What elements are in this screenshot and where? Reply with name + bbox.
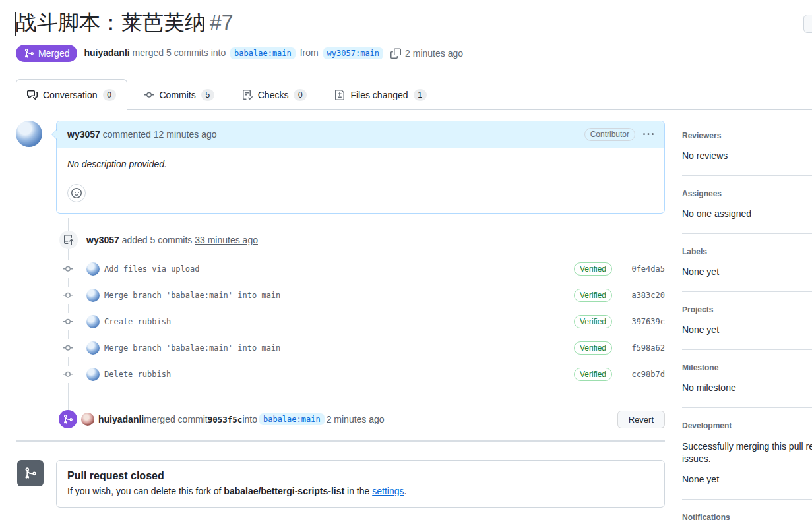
commit-avatar[interactable] [86, 368, 100, 381]
git-merge-icon [24, 48, 34, 59]
settings-link[interactable]: settings [372, 486, 404, 496]
sidebar-heading: Projects [682, 305, 812, 314]
commit-sha[interactable]: cc98b7d [624, 370, 665, 379]
git-merge-icon [59, 410, 77, 428]
commit-message[interactable]: Delete rubbish [104, 370, 171, 379]
sidebar-section-development: Development Successfully merging this pu… [682, 408, 812, 500]
revert-button[interactable]: Revert [617, 411, 665, 428]
tab-counter: 5 [201, 89, 214, 101]
pr-title-text: 战斗脚本：莱芭芙纳 [16, 11, 206, 34]
push-author[interactable]: wy3057 [86, 235, 119, 245]
sidebar-section-projects: Projects None yet [682, 292, 812, 350]
contributor-badge: Contributor [584, 128, 635, 141]
text-cursor [15, 12, 16, 36]
base-branch-label[interactable]: babalae:main [230, 47, 296, 59]
sidebar-value: None yet [682, 266, 812, 277]
commit-row: Add files via upload Verified 0fe4da5 [16, 256, 665, 282]
edit-button-partial[interactable] [803, 15, 812, 33]
commit-avatar[interactable] [86, 315, 100, 328]
commit-message[interactable]: Create rubbish [104, 317, 171, 326]
pr-meta-row: Merged huiyadanli merged 5 commits into … [16, 45, 812, 62]
verified-badge[interactable]: Verified [574, 368, 612, 381]
comment-body-text: No description provided. [67, 159, 654, 169]
merge-branch-label[interactable]: babalae:main [259, 413, 325, 425]
pr-description-comment: wy3057 commented 12 minutes ago Contribu… [16, 121, 665, 218]
sidebar-heading: Milestone [682, 363, 812, 372]
commit-message[interactable]: Merge branch 'babalae:main' into main [104, 291, 280, 300]
commit-avatar[interactable] [86, 289, 100, 302]
merger-login[interactable]: huiyadanli [84, 47, 129, 58]
commit-row: Merge branch 'babalae:main' into main Ve… [16, 282, 665, 308]
commit-row: Delete rubbish Verified cc98b7d [16, 361, 665, 388]
merge-commit-sha[interactable]: 9053f5c [208, 415, 243, 424]
avatar-huiyadanli[interactable] [81, 413, 94, 426]
tab-counter: 0 [294, 89, 307, 101]
push-text: added 5 commits [119, 235, 195, 245]
tab-label: Files changed [350, 90, 408, 100]
sidebar-section-milestone: Milestone No milestone [682, 350, 812, 408]
tab-checks[interactable]: Checks 0 [231, 79, 319, 110]
merged-status-badge: Merged [16, 45, 77, 62]
sidebar-heading: Assignees [682, 189, 812, 198]
repo-push-icon [59, 231, 78, 249]
tab-commits[interactable]: Commits 5 [133, 79, 226, 110]
tab-label: Commits [160, 90, 196, 100]
merge-into-text: into [242, 414, 257, 424]
discussion-timeline: wy3057 commented 12 minutes ago Contribu… [16, 121, 665, 526]
tab-conversation[interactable]: Conversation 0 [16, 79, 127, 110]
commit-avatar[interactable] [86, 341, 100, 355]
sidebar-section-labels: Labels None yet [682, 234, 812, 292]
pull-request-closed-banner: Pull request closed If you wish, you can… [16, 460, 665, 508]
merged-text: merged 5 commits into [130, 47, 228, 58]
merged-time: 2 minutes ago [405, 48, 463, 59]
sidebar-heading: Notifications [682, 513, 812, 522]
pr-header: 战斗脚本：莱芭芙纳#7 [0, 0, 812, 36]
from-text: from [297, 47, 321, 58]
development-description-line: issues. [682, 453, 812, 465]
git-commit-icon [61, 287, 75, 304]
sidebar-value: No one assigned [682, 208, 812, 219]
checklist-icon [242, 90, 253, 100]
smiley-icon [71, 188, 82, 198]
commit-row: Merge branch 'babalae:main' into main Ve… [16, 335, 665, 361]
verified-badge[interactable]: Verified [574, 289, 612, 302]
tab-counter: 0 [103, 89, 116, 101]
sidebar-heading: Labels [682, 247, 812, 256]
commit-sha[interactable]: 0fe4da5 [624, 264, 665, 274]
sidebar-value: No reviews [682, 150, 812, 161]
git-commit-icon [61, 339, 75, 357]
development-description-line: Successfully merging this pull request m… [682, 440, 812, 453]
comment-time[interactable]: 12 minutes ago [154, 129, 217, 140]
sidebar-section-reviewers: Reviewers No reviews [682, 121, 812, 176]
sidebar-section-notifications: Notifications [682, 500, 812, 526]
avatar-wy3057[interactable] [16, 121, 42, 147]
commit-list: Add files via upload Verified 0fe4da5 Me… [16, 256, 665, 388]
push-event: wy3057 added 5 commits 33 minutes ago [16, 218, 665, 249]
comment-discussion-icon [27, 90, 38, 100]
sidebar-value: No milestone [682, 382, 812, 393]
merge-author[interactable]: huiyadanli [98, 414, 144, 424]
comment-author[interactable]: wy3057 [67, 129, 100, 140]
tab-label: Checks [258, 90, 289, 100]
tab-label: Conversation [43, 90, 98, 100]
verified-badge[interactable]: Verified [574, 315, 612, 328]
commit-sha[interactable]: 397639c [624, 317, 665, 326]
kebab-menu-icon[interactable] [643, 129, 654, 140]
timeline-actions-divider [16, 440, 665, 442]
verified-badge[interactable]: Verified [574, 341, 612, 355]
pr-number: #7 [210, 11, 234, 34]
head-branch-label[interactable]: wy3057:main [323, 47, 383, 59]
commit-message[interactable]: Merge branch 'babalae:main' into main [104, 343, 280, 353]
verified-badge[interactable]: Verified [574, 262, 612, 276]
commit-sha[interactable]: f598a62 [624, 343, 665, 353]
commit-sha[interactable]: a383c20 [624, 291, 665, 300]
git-merge-state-icon [17, 460, 44, 486]
add-reaction-button[interactable] [67, 184, 86, 202]
copy-icon[interactable] [390, 48, 401, 59]
file-diff-icon [334, 90, 345, 100]
commit-message[interactable]: Add files via upload [104, 264, 200, 274]
push-time-link[interactable]: 33 minutes ago [195, 235, 258, 245]
tab-files-changed[interactable]: Files changed 1 [323, 79, 437, 110]
commit-avatar[interactable] [86, 262, 100, 276]
timeline: wy3057 added 5 commits 33 minutes ago Ad… [16, 218, 665, 428]
